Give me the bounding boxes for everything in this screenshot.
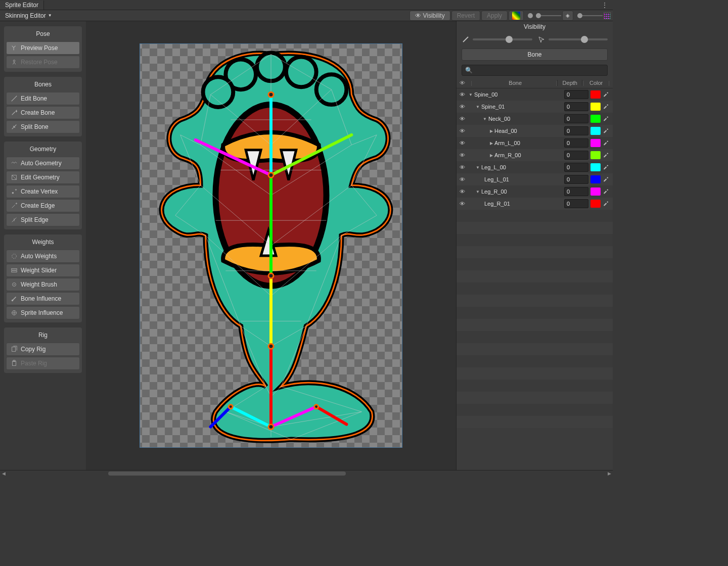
kebab-icon[interactable]: ⋮	[601, 1, 609, 9]
split-edge-button[interactable]: Split Edge	[6, 213, 80, 226]
depth-input[interactable]	[564, 114, 588, 123]
bone-tab-dropdown[interactable]: Bone	[462, 49, 608, 61]
bone-influence-button[interactable]: Bone Influence	[6, 292, 80, 305]
opacity-slider-1[interactable]	[528, 13, 561, 18]
apply-button[interactable]: Apply	[481, 11, 508, 21]
tree-arrow-icon[interactable]: ▼	[483, 117, 487, 121]
eye-icon[interactable]: 👁	[460, 128, 469, 134]
tab-sprite-editor[interactable]: Sprite Editor	[0, 1, 44, 10]
eyedropper-icon[interactable]	[603, 127, 610, 134]
header-color[interactable]: Color	[584, 80, 608, 86]
eye-icon[interactable]: 👁	[460, 140, 469, 146]
eye-icon[interactable]: 👁	[460, 164, 469, 170]
eye-icon[interactable]: 👁	[460, 201, 469, 207]
eyedropper-icon[interactable]	[603, 176, 610, 183]
mesh-toggle-button[interactable]: ◈	[562, 11, 573, 21]
tree-arrow-icon[interactable]: ▶	[490, 153, 493, 158]
bone-row[interactable]: 👁 ▶ Arm_L_00	[457, 137, 613, 149]
bone-name-label: Leg_L_01	[484, 176, 509, 182]
tree-arrow-icon[interactable]: ▼	[469, 92, 473, 97]
svg-rect-9	[12, 347, 16, 352]
eyedropper-icon[interactable]	[603, 115, 610, 122]
eye-icon[interactable]: 👁	[460, 104, 469, 110]
bone-row[interactable]: 👁 ▼ Neck_00	[457, 113, 613, 125]
restore-pose-button[interactable]: Restore Pose	[6, 56, 80, 69]
create-vertex-button[interactable]: Create Vertex	[6, 185, 80, 198]
eyedropper-icon[interactable]	[603, 103, 610, 110]
depth-input[interactable]	[564, 90, 588, 99]
canvas-area[interactable]	[86, 21, 456, 470]
tree-arrow-icon[interactable]: ▶	[490, 129, 493, 133]
eyedropper-icon[interactable]	[603, 200, 610, 207]
tree-arrow-icon[interactable]: ▼	[476, 190, 480, 194]
eyedropper-icon[interactable]	[603, 152, 610, 159]
edit-geometry-button[interactable]: Edit Geometry	[6, 171, 80, 184]
color-mode-button[interactable]	[509, 11, 524, 21]
bone-color-swatch[interactable]	[590, 127, 601, 135]
bone-color-swatch[interactable]	[590, 139, 601, 147]
bone-row[interactable]: 👁 ▼ Leg_L_00	[457, 161, 613, 173]
split-bone-button[interactable]: Split Bone	[6, 120, 80, 133]
grid-icon[interactable]	[604, 12, 611, 19]
paste-rig-button[interactable]: Paste Rig	[6, 357, 80, 370]
bone-row[interactable]: 👁 Leg_L_01	[457, 173, 613, 185]
header-depth[interactable]: Depth	[557, 80, 582, 86]
eye-icon[interactable]: 👁	[460, 116, 469, 122]
depth-input[interactable]	[564, 187, 588, 196]
bone-row[interactable]: 👁 ▶ Arm_R_00	[457, 149, 613, 161]
edit-bone-button[interactable]: Edit Bone	[6, 92, 80, 105]
tree-arrow-icon[interactable]: ▶	[490, 141, 493, 146]
scroll-left-arrow[interactable]: ◀	[0, 471, 7, 476]
eyedropper-icon[interactable]	[603, 188, 610, 195]
bone-row[interactable]: 👁 ▼ Spine_01	[457, 101, 613, 113]
depth-input[interactable]	[564, 199, 588, 208]
weight-brush-button[interactable]: Weight Brush	[6, 278, 80, 291]
auto-geometry-button[interactable]: Auto Geometry	[6, 157, 80, 170]
opacity-slider-2[interactable]	[577, 15, 603, 16]
preview-pose-button[interactable]: Preview Pose	[6, 41, 80, 55]
mode-dropdown[interactable]: Skinning Editor	[2, 12, 55, 19]
depth-input[interactable]	[564, 175, 588, 184]
eyedropper-icon[interactable]	[603, 164, 610, 171]
visibility-button[interactable]: 👁 Visibility	[410, 11, 450, 21]
mesh-opacity-slider[interactable]	[537, 35, 608, 43]
scroll-right-arrow[interactable]: ▶	[606, 471, 613, 476]
depth-input[interactable]	[564, 102, 588, 111]
bone-color-swatch[interactable]	[590, 175, 601, 183]
eye-icon[interactable]: 👁	[460, 176, 469, 182]
depth-input[interactable]	[564, 126, 588, 135]
bottom-scrollbar[interactable]: ◀ ▶	[0, 470, 613, 476]
bone-color-swatch[interactable]	[590, 187, 601, 196]
bone-row[interactable]: 👁 ▶ Head_00	[457, 125, 613, 137]
eye-icon[interactable]: 👁	[460, 188, 469, 195]
eyedropper-icon[interactable]	[603, 91, 610, 98]
bone-color-swatch[interactable]	[590, 103, 601, 111]
header-bone[interactable]: Bone	[475, 80, 556, 86]
tree-arrow-icon[interactable]: ▼	[476, 165, 480, 170]
bone-row[interactable]: 👁 Leg_R_01	[457, 198, 613, 210]
bone-color-swatch[interactable]	[590, 151, 601, 159]
eye-icon[interactable]: 👁	[460, 152, 469, 158]
auto-weights-button[interactable]: Auto Weights	[6, 250, 80, 263]
bone-search-input[interactable]: 🔍	[462, 65, 608, 76]
depth-input[interactable]	[564, 151, 588, 160]
create-bone-button[interactable]: Create Bone	[6, 106, 80, 119]
bone-row[interactable]: 👁 ▼ Leg_R_00	[457, 185, 613, 198]
weight-slider-button[interactable]: Weight Slider	[6, 264, 80, 277]
bone-color-swatch[interactable]	[590, 163, 601, 171]
bone-color-swatch[interactable]	[590, 115, 601, 123]
depth-input[interactable]	[564, 163, 588, 172]
eye-icon[interactable]: 👁	[460, 91, 469, 98]
eyedropper-icon[interactable]	[603, 139, 610, 147]
create-edge-button[interactable]: Create Edge	[6, 199, 80, 212]
copy-rig-button[interactable]: Copy Rig	[6, 343, 80, 356]
tree-arrow-icon[interactable]: ▼	[476, 105, 480, 109]
revert-button[interactable]: Revert	[451, 11, 480, 21]
bone-color-swatch[interactable]	[590, 200, 601, 208]
bone-row[interactable]: 👁 ▼ Spine_00	[457, 88, 613, 101]
bone-opacity-slider[interactable]	[462, 35, 532, 43]
sprite-influence-button[interactable]: Sprite Influence	[6, 306, 80, 319]
sprite-viewport[interactable]	[140, 43, 402, 448]
depth-input[interactable]	[564, 138, 588, 148]
bone-color-swatch[interactable]	[590, 90, 601, 99]
